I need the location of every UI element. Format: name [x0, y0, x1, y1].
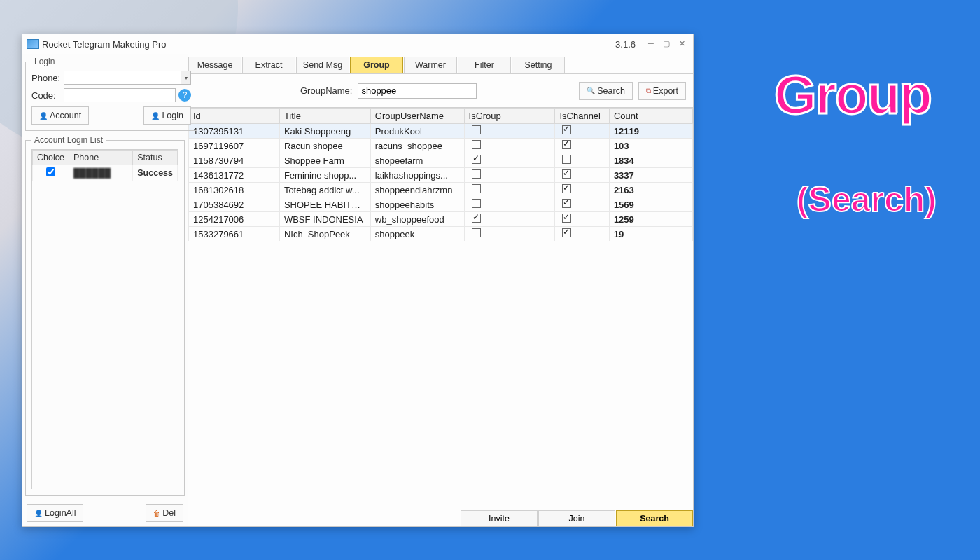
search-button[interactable]: 🔍Search — [579, 82, 633, 100]
col-groupusername[interactable]: GroupUserName — [370, 108, 464, 124]
cell-username[interactable]: shoppeehabits — [370, 197, 464, 212]
export-icon: ⧉ — [646, 87, 651, 95]
phone-input[interactable] — [64, 71, 181, 85]
user-icon: 👤 — [151, 112, 160, 120]
col-status: Status — [133, 150, 178, 165]
ischannel-checkbox[interactable] — [562, 155, 571, 164]
table-row[interactable]: 1307395131Kaki ShoppeengProdukKool12119 — [189, 124, 693, 139]
cell-count: 2163 — [609, 183, 692, 197]
user-icon: 👤 — [39, 112, 48, 120]
cell-id: 1705384692 — [189, 197, 280, 212]
cell-id: 1307395131 — [189, 124, 280, 139]
code-input[interactable] — [64, 88, 176, 102]
ischannel-checkbox[interactable] — [562, 214, 571, 223]
trash-icon: 🗑 — [153, 510, 160, 517]
ischannel-checkbox[interactable] — [562, 169, 571, 178]
table-row[interactable]: 1254217006WBSF INDONESIAwb_shoppeefood12… — [189, 212, 693, 227]
cell-username[interactable]: shoppeendiahrzmn — [370, 183, 464, 197]
table-row[interactable]: 1158730794Shoppee Farmshopeefarm1834 — [189, 153, 693, 168]
window-title: Rocket Telegram Maketing Pro — [42, 39, 615, 50]
isgroup-checkbox[interactable] — [472, 228, 481, 237]
tab-group[interactable]: Group — [350, 57, 403, 74]
cell-ischannel — [555, 212, 609, 227]
account-list-group: Account Login List Choice Phone Status █… — [25, 135, 185, 496]
table-row[interactable]: 1533279661NIch_ShopPeekshoppeek19 — [189, 227, 693, 241]
col-ischannel[interactable]: IsChannel — [555, 108, 609, 124]
account-button[interactable]: 👤Account — [31, 106, 89, 125]
cell-username[interactable]: wb_shoppeefood — [370, 212, 464, 227]
left-panel: Login Phone: ▾ Code: ? 👤Account 👤Login — [22, 54, 188, 526]
right-panel: MessageExtractSend MsgGroupWarmerFilterS… — [188, 54, 693, 526]
help-icon[interactable]: ? — [178, 89, 191, 102]
version-label: 3.1.6 — [615, 39, 636, 50]
ischannel-checkbox[interactable] — [562, 140, 571, 149]
login-legend: Login — [31, 57, 57, 66]
cell-count: 1259 — [609, 212, 692, 227]
decor-title: Group — [774, 63, 931, 127]
close-button[interactable]: ✕ — [675, 38, 689, 50]
maximize-button[interactable]: ▢ — [659, 38, 673, 50]
ischannel-checkbox[interactable] — [562, 228, 571, 237]
isgroup-checkbox[interactable] — [472, 169, 481, 178]
cell-id: 1697119607 — [189, 139, 280, 153]
col-title[interactable]: Title — [279, 108, 370, 124]
ischannel-checkbox[interactable] — [562, 199, 571, 208]
footer-tab-invite[interactable]: Invite — [461, 510, 538, 526]
footer-tab-bar: InviteJoinSearch — [188, 510, 693, 526]
cell-username[interactable]: ProdukKool — [370, 124, 464, 139]
tab-setting[interactable]: Setting — [512, 57, 565, 74]
results-grid: Id Title GroupUserName IsGroup IsChannel… — [188, 107, 693, 510]
account-phone-cell: ██████ — [69, 165, 133, 181]
table-row[interactable]: 1697119607Racun shopeeracuns_shoppee103 — [189, 139, 693, 153]
app-window: Rocket Telegram Maketing Pro 3.1.6 ─ ▢ ✕… — [22, 34, 694, 527]
account-choice-checkbox[interactable] — [46, 167, 55, 176]
cell-username[interactable]: laikhashoppings... — [370, 168, 464, 183]
isgroup-checkbox[interactable] — [472, 155, 481, 164]
col-count[interactable]: Count — [609, 108, 692, 124]
login-all-button[interactable]: 👤LoginAll — [27, 504, 83, 522]
cell-title: Kaki Shoppeeng — [279, 124, 370, 139]
isgroup-checkbox[interactable] — [472, 184, 481, 193]
cell-isgroup — [464, 124, 555, 139]
minimize-button[interactable]: ─ — [644, 38, 658, 50]
table-row[interactable]: 1705384692SHOPEE HABITS 🛍️...shoppeehabi… — [189, 197, 693, 212]
cell-count: 19 — [609, 227, 692, 241]
isgroup-checkbox[interactable] — [472, 125, 481, 134]
col-id[interactable]: Id — [189, 108, 280, 124]
cell-id: 1158730794 — [189, 153, 280, 168]
login-group: Login Phone: ▾ Code: ? 👤Account 👤Login — [25, 57, 197, 131]
export-button[interactable]: ⧉Export — [638, 82, 686, 100]
phone-dropdown-button[interactable]: ▾ — [181, 71, 191, 85]
account-list-legend: Account Login List — [31, 135, 106, 145]
isgroup-checkbox[interactable] — [472, 140, 481, 149]
footer-tab-search[interactable]: Search — [616, 510, 693, 526]
table-row[interactable]: 1436131772Feminine shopp...laikhashoppin… — [189, 168, 693, 183]
cell-count: 1569 — [609, 197, 692, 212]
cell-ischannel — [555, 197, 609, 212]
cell-title: Feminine shopp... — [279, 168, 370, 183]
account-row[interactable]: ██████ Success — [33, 165, 178, 181]
cell-username[interactable]: racuns_shoppee — [370, 139, 464, 153]
account-status-cell: Success — [133, 165, 178, 181]
toolbar: GroupName: 🔍Search ⧉Export — [188, 74, 693, 107]
isgroup-checkbox[interactable] — [472, 199, 481, 208]
groupname-input[interactable] — [358, 83, 477, 99]
cell-count: 103 — [609, 139, 692, 153]
table-row[interactable]: 1681302618Totebag addict w...shoppeendia… — [189, 183, 693, 197]
tab-send-msg[interactable]: Send Msg — [296, 57, 349, 74]
cell-isgroup — [464, 183, 555, 197]
login-button[interactable]: 👤Login — [144, 106, 191, 125]
cell-username[interactable]: shoppeek — [370, 227, 464, 241]
footer-tab-join[interactable]: Join — [538, 510, 615, 526]
cell-username[interactable]: shopeefarm — [370, 153, 464, 168]
col-isgroup[interactable]: IsGroup — [464, 108, 555, 124]
tab-warmer[interactable]: Warmer — [404, 57, 457, 74]
delete-button[interactable]: 🗑Del — [146, 504, 183, 522]
ischannel-checkbox[interactable] — [562, 184, 571, 193]
ischannel-checkbox[interactable] — [562, 125, 571, 134]
tab-filter[interactable]: Filter — [458, 57, 511, 74]
isgroup-checkbox[interactable] — [472, 214, 481, 223]
tab-extract[interactable]: Extract — [242, 57, 295, 74]
cell-ischannel — [555, 139, 609, 153]
cell-title: SHOPEE HABITS 🛍️... — [279, 197, 370, 212]
